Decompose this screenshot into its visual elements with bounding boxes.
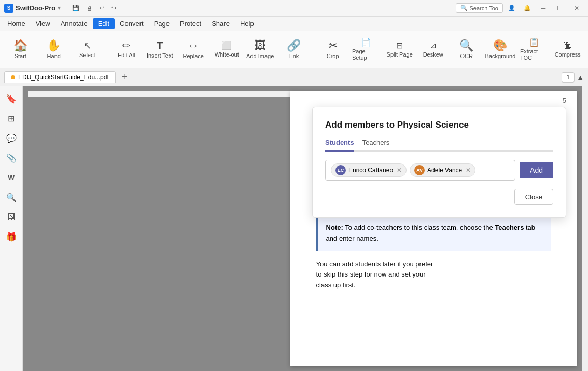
toolbar-ocr[interactable]: 🔍 OCR [450, 33, 483, 66]
toolbar-hand[interactable]: ✋ Hand [38, 33, 71, 66]
title-nav: 💾 🖨 ↩ ↪ [69, 4, 119, 12]
toolbar-background-label: Background [485, 53, 516, 59]
print-btn[interactable]: 🖨 [83, 4, 95, 12]
search-icon: 🔍 [460, 5, 468, 11]
remove-ec-btn[interactable]: ✕ [397, 167, 402, 174]
tab-label: EDU_QuickStartGuide_Edu...pdf [18, 74, 109, 81]
collapse-btn[interactable]: ▲ [577, 73, 584, 81]
dropdown-arrow[interactable]: ▾ [58, 5, 61, 11]
sidebar-pages[interactable]: ⊞ [3, 110, 20, 127]
replace-icon: ↔ [188, 40, 199, 51]
menu-page[interactable]: Page [149, 18, 175, 29]
toolbar-select[interactable]: ↖ Select [71, 33, 104, 66]
undo-btn[interactable]: ↩ [96, 4, 107, 12]
toolbar-background[interactable]: 🎨 Background [484, 33, 517, 66]
start-icon: 🏠 [13, 40, 27, 51]
document-tab[interactable]: EDU_QuickStartGuide_Edu...pdf [4, 71, 116, 83]
save-btn[interactable]: 💾 [69, 4, 82, 12]
logo-icon: S [4, 4, 13, 13]
toolbar-add-image[interactable]: 🖼 Add Image [244, 33, 276, 66]
ocr-icon: 🔍 [459, 40, 473, 51]
minimize-btn[interactable]: ─ [536, 1, 551, 16]
sidebar-image[interactable]: 🖼 [3, 209, 20, 225]
redo-btn[interactable]: ↪ [108, 4, 119, 12]
toolbar-crop[interactable]: ✂ Crop [316, 33, 349, 66]
toolbar-replace[interactable]: ↔ Replace [177, 33, 209, 66]
menu-convert[interactable]: Convert [115, 18, 149, 29]
sidebar-search[interactable]: 🔍 [3, 189, 20, 205]
extract-toc-icon: 📋 [529, 38, 539, 47]
edit-all-icon: ✏ [122, 41, 130, 50]
toolbar-edit-all[interactable]: ✏ Edit All [110, 33, 143, 66]
notification-icon[interactable]: 🔔 [521, 4, 534, 12]
toolbar-insert-text[interactable]: T Insert Text [144, 33, 176, 66]
menu-share[interactable]: Share [206, 18, 235, 29]
menu-protect[interactable]: Protect [175, 18, 206, 29]
members-input-field[interactable]: EC Enrico Cattaneo ✕ AV Adele Vance ✕ [325, 160, 515, 181]
deskew-icon: ⊿ [430, 42, 437, 50]
dialog-title: Add members to Physical Science [325, 120, 553, 130]
remove-av-btn[interactable]: ✕ [466, 167, 471, 174]
whiteout-icon: ⬜ [221, 42, 232, 50]
teams-dialog: Add members to Physical Science Students… [312, 107, 566, 218]
pdf-footer-text: You can add students later if you prefer… [316, 259, 551, 291]
toolbar-extract-toc[interactable]: 📋 Extract TOC [518, 33, 551, 66]
maximize-btn[interactable]: ☐ [553, 1, 567, 16]
member-avatar-av: AV [414, 165, 425, 175]
menu-annotate[interactable]: Annotate [55, 18, 93, 29]
sidebar-bookmark[interactable]: 🔖 [3, 90, 20, 107]
toolbar-link[interactable]: 🔗 Link [277, 33, 310, 66]
toolbar-compress[interactable]: 🗜 Compress [551, 33, 584, 66]
toolbar-replace-label: Replace [183, 53, 204, 59]
toolbar-whiteout-label: White-out [215, 51, 239, 58]
toolbar-deskew[interactable]: ⊿ Deskew [417, 33, 450, 66]
add-members-btn[interactable]: Add [520, 162, 553, 178]
dialog-input-row: EC Enrico Cattaneo ✕ AV Adele Vance ✕ Ad… [325, 160, 553, 181]
sidebar-word[interactable]: W [3, 169, 20, 186]
search-box[interactable]: 🔍 Search Too [456, 3, 503, 13]
toolbar: 🏠 Start ✋ Hand ↖ Select ✏ Edit All T Ins… [0, 31, 588, 68]
menu-help[interactable]: Help [235, 18, 259, 29]
dialog-close-btn[interactable]: Close [514, 189, 553, 205]
member-name-av: Adele Vance [427, 167, 462, 174]
close-btn[interactable]: ✕ [569, 1, 584, 16]
pdf-note-box: Note: To add co-teachers to this class t… [316, 216, 551, 251]
dialog-tab-teachers[interactable]: Teachers [362, 139, 390, 150]
pdf-area: 5 Microsoft Teams for Education | Quick … [23, 86, 582, 371]
toolbar-start-label: Start [15, 53, 26, 59]
menu-bar: Home View Annotate Edit Convert Page Pro… [0, 17, 588, 31]
menu-home[interactable]: Home [2, 18, 31, 29]
add-tab-btn[interactable]: + [118, 71, 131, 84]
toolbar-whiteout[interactable]: ⬜ White-out [211, 33, 243, 66]
right-collapse-handle[interactable]: ◀ [582, 86, 588, 371]
content-area: 5 Microsoft Teams for Education | Quick … [23, 86, 582, 371]
toolbar-start[interactable]: 🏠 Start [4, 33, 37, 66]
sidebar-comments[interactable]: 💬 [3, 130, 20, 146]
sidebar-attachments[interactable]: 📎 [3, 149, 20, 166]
left-sidebar: 🔖 ⊞ 💬 📎 W 🔍 🖼 🎁 [0, 86, 23, 371]
member-name-ec: Enrico Cattaneo [348, 167, 393, 174]
member-tag-av: AV Adele Vance ✕ [410, 163, 475, 177]
pdf-page-number: 5 [563, 97, 566, 104]
app-name: SwifDoo·Pro [16, 4, 55, 12]
sidebar-gift[interactable]: 🎁 [3, 228, 20, 245]
toolbar-link-label: Link [288, 53, 299, 59]
toolbar-add-image-label: Add Image [246, 53, 274, 59]
crop-icon: ✂ [328, 40, 338, 51]
insert-text-icon: T [157, 40, 163, 51]
title-bar: S SwifDoo·Pro ▾ 💾 🖨 ↩ ↪ 🔍 Search Too 👤 🔔… [0, 0, 588, 17]
menu-edit[interactable]: Edit [93, 18, 115, 29]
dialog-tab-students[interactable]: Students [325, 139, 354, 152]
page-number-display: 1 [562, 72, 575, 83]
pdf-page: 5 Microsoft Teams for Education | Quick … [290, 91, 577, 366]
toolbar-split-page-label: Split Page [387, 51, 413, 58]
split-page-icon: ⊟ [396, 42, 403, 50]
toolbar-page-setup[interactable]: 📄 Page Setup [350, 33, 383, 66]
toolbar-split-page[interactable]: ⊟ Split Page [383, 33, 416, 66]
titlebar-left: S SwifDoo·Pro ▾ 💾 🖨 ↩ ↪ [4, 4, 119, 13]
user-icon[interactable]: 👤 [505, 4, 519, 12]
toolbar-page-setup-label: Page Setup [352, 48, 381, 61]
menu-view[interactable]: View [31, 18, 55, 29]
toolbar-hand-label: Hand [47, 53, 61, 59]
divider-2 [313, 37, 313, 63]
